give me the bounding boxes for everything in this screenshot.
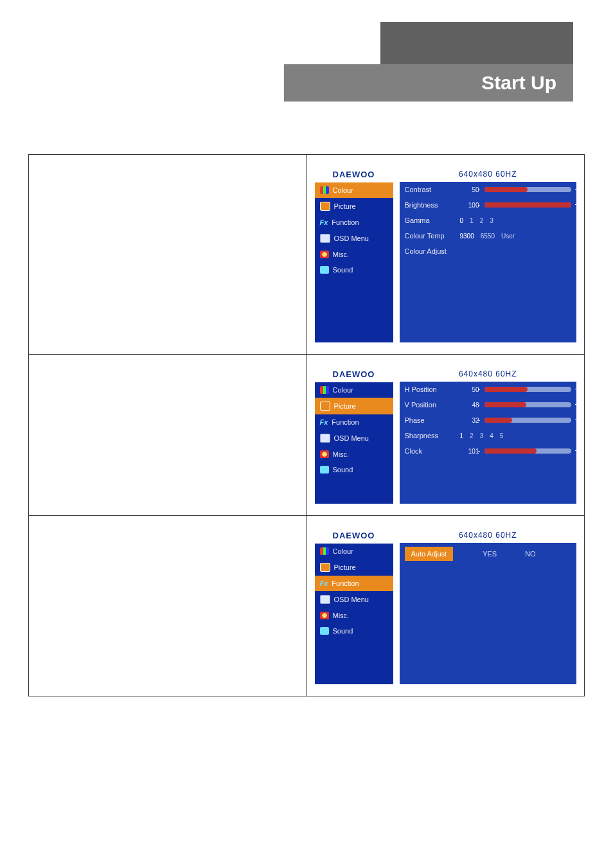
sidebar-item-label: Function: [332, 580, 359, 587]
row-brightness[interactable]: Brightness 100 -+: [400, 197, 577, 213]
row-colouradjust[interactable]: Colour Adjust: [400, 244, 577, 259]
row-gamma[interactable]: Gamma 0 1 2 3: [400, 213, 577, 228]
sound-icon: [320, 627, 329, 635]
osdmenu-icon: [320, 434, 330, 443]
sidebar-item-osdmenu[interactable]: OSD Menu: [315, 230, 393, 247]
sidebar-item-picture[interactable]: Picture: [315, 559, 393, 576]
sidebar-item-label: Sound: [333, 266, 353, 274]
autoadjust-options[interactable]: YES NO: [462, 550, 536, 558]
slider-vpos[interactable]: -+: [484, 402, 572, 407]
autoadjust-yes[interactable]: YES: [483, 550, 497, 558]
value-phase: 32: [460, 417, 479, 424]
sidebar-item-label: Misc.: [333, 450, 350, 458]
sidebar-item-label: Colour: [333, 386, 353, 394]
row-vpos[interactable]: V Position 48 -+: [400, 397, 577, 412]
misc-icon: [320, 251, 329, 258]
slider-clock[interactable]: -+: [484, 448, 572, 454]
row-colourtemp[interactable]: Colour Temp 9300 6550 User: [400, 228, 577, 244]
sidebar-item-function[interactable]: FxFunction: [315, 576, 393, 591]
sidebar-item-label: Sound: [333, 466, 353, 474]
sharp-opt-4[interactable]: 4: [490, 432, 493, 439]
gamma-options[interactable]: 0 1 2 3: [460, 217, 572, 224]
sidebar-item-label: OSD Menu: [334, 596, 369, 603]
gamma-opt-1[interactable]: 1: [470, 217, 474, 224]
colourtemp-options[interactable]: 9300 6550 User: [460, 233, 572, 240]
row-clock[interactable]: Clock 101 -+: [400, 443, 577, 459]
row-autoadjust[interactable]: Auto Adjust YES NO: [400, 543, 577, 565]
sidebar-item-misc[interactable]: Misc.: [315, 608, 393, 623]
sharp-opt-3[interactable]: 3: [480, 432, 484, 439]
label-hpos: H Position: [405, 385, 455, 393]
sharp-opt-1[interactable]: 1: [460, 432, 464, 439]
function-icon: Fx: [320, 580, 328, 587]
osd-screenshot-function: DAEWOO Colour Picture FxFunction OSD Men…: [307, 516, 585, 696]
sidebar-item-label: Function: [332, 218, 359, 226]
sidebar-item-label: Picture: [334, 402, 356, 410]
ct-opt-user[interactable]: User: [501, 233, 515, 240]
gamma-opt-0[interactable]: 0: [460, 217, 464, 224]
sharpness-options[interactable]: 1 2 3 4 5: [460, 432, 572, 439]
label-autoadjust[interactable]: Auto Adjust: [405, 547, 454, 561]
ct-opt-6550[interactable]: 6550: [481, 233, 495, 240]
autoadjust-no[interactable]: NO: [525, 550, 536, 558]
row-phase[interactable]: Phase 32 -+: [400, 412, 577, 428]
sidebar-item-label: Sound: [333, 627, 353, 635]
sidebar-item-picture[interactable]: Picture: [315, 398, 393, 414]
osdmenu-icon: [320, 595, 330, 604]
resolution-label: 640x480 60HZ: [400, 166, 577, 182]
gamma-opt-2[interactable]: 2: [480, 217, 484, 224]
sharp-opt-5[interactable]: 5: [500, 432, 504, 439]
osd-detail-colour: 640x480 60HZ Contrast 50 -+ Brightness 1…: [400, 166, 577, 342]
sidebar-item-colour[interactable]: Colour: [315, 544, 393, 559]
sidebar-item-function[interactable]: FxFunction: [315, 215, 393, 230]
slider-contrast[interactable]: -+: [484, 187, 572, 192]
sidebar-item-label: Function: [332, 418, 359, 426]
left-cell-2: [29, 355, 307, 515]
row-hpos[interactable]: H Position 50 -+: [400, 382, 577, 397]
colour-icon: [320, 186, 329, 194]
sidebar-item-colour[interactable]: Colour: [315, 182, 393, 198]
slider-phase[interactable]: -+: [484, 418, 572, 423]
picture-icon: [320, 563, 330, 572]
row-contrast[interactable]: Contrast 50 -+: [400, 182, 577, 197]
sidebar-item-osdmenu[interactable]: OSD Menu: [315, 430, 393, 447]
sidebar-item-osdmenu[interactable]: OSD Menu: [315, 591, 393, 608]
osd-detail-function: 640x480 60HZ Auto Adjust YES NO: [400, 527, 577, 684]
misc-icon: [320, 450, 329, 458]
sound-icon: [320, 266, 329, 274]
sidebar-item-label: OSD Menu: [334, 235, 369, 242]
row-sharpness[interactable]: Sharpness 1 2 3 4 5: [400, 428, 577, 443]
sharp-opt-2[interactable]: 2: [470, 432, 474, 439]
sidebar-item-misc[interactable]: Misc.: [315, 447, 393, 462]
label-colourtemp: Colour Temp: [405, 232, 455, 240]
sidebar-item-picture[interactable]: Picture: [315, 198, 393, 215]
brand-label: DAEWOO: [315, 366, 393, 382]
sidebar-item-misc[interactable]: Misc.: [315, 247, 393, 262]
sidebar-item-sound[interactable]: Sound: [315, 462, 393, 477]
sidebar-item-sound[interactable]: Sound: [315, 623, 393, 639]
value-brightness: 100: [460, 202, 479, 209]
sidebar-item-label: Colour: [333, 547, 353, 555]
label-phase: Phase: [405, 416, 455, 424]
slider-brightness[interactable]: -+: [484, 202, 572, 208]
osd-sidebar: DAEWOO Colour Picture FxFunction OSD Men…: [315, 166, 393, 342]
right-cell-2: DAEWOO Colour Picture FxFunction OSD Men…: [307, 355, 585, 515]
sidebar-item-label: Misc.: [333, 612, 350, 619]
function-icon: Fx: [320, 218, 328, 226]
label-vpos: V Position: [405, 401, 455, 409]
label-contrast: Contrast: [405, 186, 455, 193]
label-clock: Clock: [405, 447, 455, 455]
function-icon: Fx: [320, 418, 328, 426]
osd-screenshot-picture: DAEWOO Colour Picture FxFunction OSD Men…: [307, 355, 585, 515]
table-row: DAEWOO Colour Picture FxFunction OSD Men…: [29, 515, 584, 696]
gamma-opt-3[interactable]: 3: [490, 217, 493, 224]
sidebar-item-colour[interactable]: Colour: [315, 382, 393, 398]
label-colouradjust: Colour Adjust: [405, 247, 447, 255]
value-vpos: 48: [460, 402, 479, 409]
sidebar-item-label: Colour: [333, 186, 353, 194]
ct-opt-9300[interactable]: 9300: [460, 233, 474, 240]
sidebar-item-sound[interactable]: Sound: [315, 262, 393, 278]
sidebar-item-label: Picture: [334, 202, 356, 210]
sidebar-item-function[interactable]: FxFunction: [315, 414, 393, 430]
slider-hpos[interactable]: -+: [484, 387, 572, 392]
